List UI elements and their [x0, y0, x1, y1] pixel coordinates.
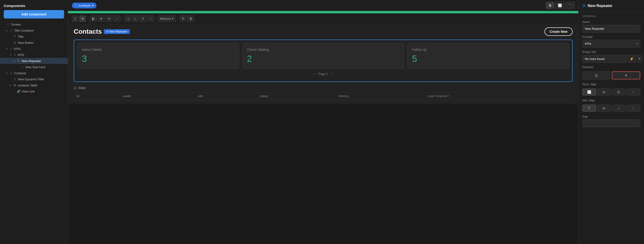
left-sidebar: Components Add component □ Screen ▾ □ Ti…: [0, 0, 68, 244]
component-tree: □ Screen ▾ □ Title Container T Title ⊖ N…: [0, 21, 68, 244]
panel-direction-label: Direction: [582, 66, 640, 69]
col-header-name[interactable]: NAME: [120, 93, 195, 100]
empty-text-lightning-button[interactable]: ⚡: [628, 55, 636, 63]
panel-horiz-align-row: Horiz. Align: [578, 81, 644, 89]
tb-align-bottom-icon[interactable]: ⇕: [140, 15, 146, 22]
vert-align-top-button[interactable]: ⊤: [582, 105, 596, 112]
add-component-button[interactable]: Add component: [4, 10, 64, 18]
new-repeater-badge[interactable]: ⟳ New Repeater: [104, 29, 130, 34]
horiz-align-right-button[interactable]: ⊟: [612, 89, 626, 96]
col-header-url[interactable]: URL: [195, 93, 257, 100]
vert-align-bottom-button[interactable]: ⊥: [612, 105, 626, 112]
horiz-align-buttons-group: ⬜ ⊕ ⊟ ↔: [578, 89, 644, 96]
table-section: ⊟ Filter ID NAME URL EMAIL STATUS LAST C…: [68, 84, 578, 104]
tb-vdistribute-icon[interactable]: ↕: [148, 15, 154, 22]
chevron-icon: ▾: [9, 84, 12, 87]
tb-align-center-icon[interactable]: ⊕: [98, 15, 105, 22]
tree-item-new-button[interactable]: ⊖ New Button: [0, 40, 68, 46]
desktop-view-button[interactable]: 🖥: [546, 2, 554, 9]
tree-item-contacts-group[interactable]: ▾ ≡ Contacts: [0, 70, 68, 76]
provider-select-wrapper: KPIs Contacts None: [582, 40, 640, 48]
direction-rows-button[interactable]: ≡: [612, 71, 640, 79]
route-selector[interactable]: /contacts ▾: [72, 2, 96, 8]
group-icon: □: [9, 47, 13, 51]
create-new-button[interactable]: Create New: [544, 27, 573, 36]
horiz-align-stretch-button[interactable]: ↔: [626, 89, 640, 96]
tb-align-top-icon[interactable]: ◁: [124, 15, 131, 22]
contacts-table: ID NAME URL EMAIL STATUS LAST CONTACT: [74, 93, 573, 100]
tb-rows-icon[interactable]: ≡: [79, 15, 86, 22]
kpi-card-active-clients: Active Clients 3: [77, 43, 239, 69]
provider-select[interactable]: KPIs Contacts None: [582, 40, 640, 48]
size-chevron-icon: ▾: [172, 17, 174, 20]
horiz-align-center-button[interactable]: ⊕: [597, 89, 611, 96]
panel-direction-row: Direction: [578, 64, 644, 71]
tree-item-title-container[interactable]: ▾ □ Title Container: [0, 27, 68, 33]
route-label: /contacts: [78, 4, 90, 7]
col-header-last-contact[interactable]: LAST CONTACT: [425, 93, 573, 100]
canvas-area: ⣿ ≡ ◧ ⊕ ⊖ ↔ ◁ ▷ ⇕ ↕ Medium ▾ ⧉ 🗑 Contact…: [68, 11, 578, 244]
main-content: /contacts ▾ 🖥 ⬜ 📱 ⣿ ≡ ◧ ⊕ ⊖ ↔ ◁ ▷ ⇕ ↕: [68, 0, 578, 244]
tb-delete-icon[interactable]: 🗑: [187, 15, 194, 22]
tree-item-new-repeater[interactable]: ▾ ⟳ New Repeater ···: [0, 58, 68, 64]
tree-item-kpis-group[interactable]: ▾ □ KPIs: [0, 46, 68, 52]
right-panel: ⟳ New Repeater GENERAL Name Provider KPI…: [578, 0, 644, 244]
chevron-icon: ▾: [5, 29, 8, 32]
panel-name-input[interactable]: [582, 25, 640, 32]
panel-gap-input[interactable]: [582, 120, 640, 127]
tb-columns-icon[interactable]: ⣿: [72, 15, 78, 22]
route-chevron-icon: ▾: [92, 4, 94, 7]
empty-text-input[interactable]: [582, 55, 627, 63]
next-page-button[interactable]: ›: [330, 71, 334, 76]
kpi-section: Active Clients 3 Clients Waiting 2 Follo…: [68, 38, 578, 84]
table-icon: ⊞: [13, 83, 17, 87]
tb-align-right-icon[interactable]: ⊖: [106, 15, 112, 22]
vert-align-middle-button[interactable]: ⊕: [597, 105, 611, 112]
tree-item-new-dynamic-filter[interactable]: ▽ New Dynamic Filter: [0, 76, 68, 82]
kpi-repeater-container: Active Clients 3 Clients Waiting 2 Follo…: [74, 40, 573, 82]
kpi-card-clients-waiting: Clients Waiting 2: [242, 43, 404, 69]
repeater-icon: ⟳: [17, 59, 20, 63]
tree-item-new-stat-card[interactable]: □ New Stat Card: [0, 64, 68, 70]
tree-item-title[interactable]: T Title: [0, 33, 68, 40]
tree-item-screen[interactable]: □ Screen: [0, 21, 68, 27]
mobile-view-button[interactable]: 📱: [566, 2, 574, 9]
page-title: Contacts: [74, 28, 102, 35]
card-icon: □: [20, 65, 24, 69]
tree-item-contacts-table[interactable]: ▾ ⊞ contacts Table: [0, 82, 68, 88]
link-icon: 🔗: [17, 90, 20, 93]
size-selector[interactable]: Medium ▾: [158, 15, 176, 22]
panel-title: New Repeater: [588, 4, 612, 8]
filter-icon: ⊟: [74, 86, 76, 90]
vert-align-stretch-button[interactable]: ↕: [626, 105, 640, 112]
prev-page-button[interactable]: ‹: [312, 71, 316, 76]
kpi-value-clients-waiting: 2: [247, 54, 399, 64]
kpi-value-follow-up: 5: [412, 54, 564, 64]
topbar: /contacts ▾ 🖥 ⬜ 📱: [68, 0, 578, 11]
page-label: Page 1: [318, 72, 328, 76]
tablet-view-button[interactable]: ⬜: [555, 2, 564, 9]
col-header-status[interactable]: STATUS: [336, 93, 425, 100]
tb-align-left-icon[interactable]: ◧: [90, 15, 97, 22]
panel-vert-align-label: Vert. Align: [582, 99, 640, 102]
kpi-value-active-clients: 3: [82, 54, 234, 64]
tb-copy-icon[interactable]: ⧉: [180, 15, 186, 22]
panel-vert-align-row: Vert. Align: [578, 97, 644, 105]
filter-label: Filter: [78, 86, 86, 90]
panel-empty-text-row: Empty Text ⚡ ▾: [578, 49, 644, 64]
tb-distribute-icon[interactable]: ↔: [113, 15, 121, 22]
tree-item-kpis-inner[interactable]: ▾ ≡ KPIs: [0, 52, 68, 58]
panel-empty-text-label: Empty Text: [582, 50, 640, 54]
tb-separator: [88, 16, 88, 21]
tb-align-vmid-icon[interactable]: ▷: [132, 15, 139, 22]
col-header-id[interactable]: ID: [74, 93, 120, 100]
more-options-icon[interactable]: ···: [62, 59, 66, 63]
direction-buttons-group: ||| ≡: [578, 71, 644, 79]
empty-text-expand-button[interactable]: ▾: [637, 55, 642, 63]
tree-item-view-link[interactable]: 🔗 View Link: [0, 88, 68, 94]
direction-columns-button[interactable]: |||: [582, 71, 610, 79]
kpi-grid: Active Clients 3 Clients Waiting 2 Follo…: [77, 43, 569, 69]
col-header-email[interactable]: EMAIL: [257, 93, 336, 100]
tb-separator: [122, 16, 123, 21]
horiz-align-left-button[interactable]: ⬜: [582, 89, 596, 96]
